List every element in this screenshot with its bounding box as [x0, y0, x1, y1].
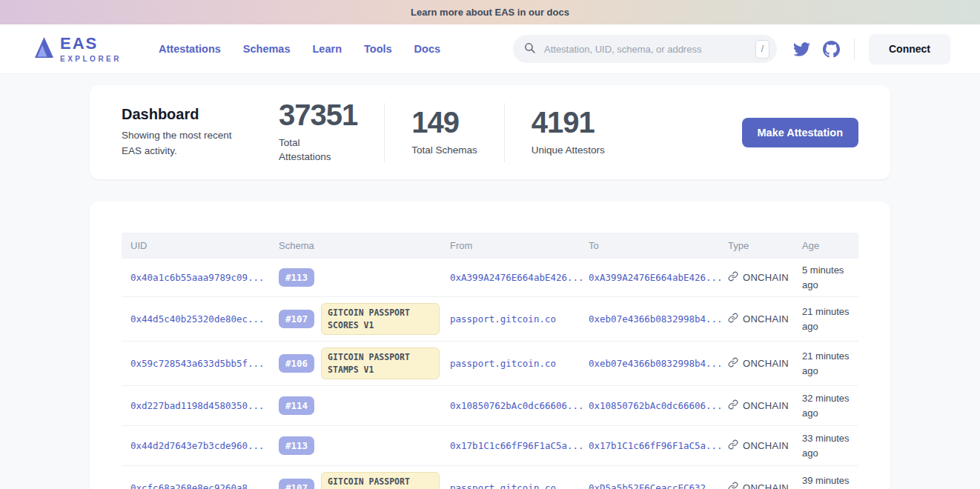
- nav-learn[interactable]: Learn: [313, 43, 342, 55]
- col-header-schema: Schema: [270, 240, 441, 251]
- nav-attestations[interactable]: Attestations: [159, 43, 221, 55]
- link-icon: [728, 357, 738, 370]
- connect-wallet-button[interactable]: Connect: [869, 34, 950, 64]
- page-title: Dashboard: [122, 106, 267, 123]
- github-icon[interactable]: [823, 41, 840, 58]
- to-address-link[interactable]: 0xA399A2476E664abE426...: [580, 272, 719, 283]
- stats-row: 37351 Total Attestations 149 Total Schem…: [279, 100, 605, 164]
- header-divider: [854, 39, 855, 59]
- age-label: 21 minutes ago: [793, 349, 858, 378]
- link-icon: [728, 439, 738, 452]
- link-icon: [728, 271, 738, 284]
- link-icon: [728, 313, 738, 325]
- from-address-link[interactable]: 0xA399A2476E664abE426...: [441, 272, 580, 283]
- main-nav: Attestations Schemas Learn Tools Docs: [159, 43, 440, 55]
- nav-docs[interactable]: Docs: [414, 43, 440, 55]
- stat-value: 4191: [532, 107, 605, 137]
- col-header-uid: UID: [122, 240, 270, 251]
- stat-unique-attestors: 4191 Unique Attestors: [532, 107, 605, 158]
- schema-id-badge[interactable]: #114: [279, 396, 314, 415]
- uid-link[interactable]: 0x44d2d7643e7b3cde960...: [122, 440, 270, 451]
- dashboard-card: Dashboard Showing the most recent EAS ac…: [90, 85, 890, 179]
- stat-label: Unique Attestors: [532, 144, 605, 158]
- age-label: 5 minutes ago: [793, 263, 858, 292]
- nav-tools[interactable]: Tools: [364, 43, 392, 55]
- table-row[interactable]: 0x59c728543a633d5bb5f... #106 GITCOIN PA…: [122, 342, 858, 386]
- schema-id-badge[interactable]: #107: [279, 479, 314, 489]
- table-row[interactable]: 0x44d2d7643e7b3cde960... #113 0x17b1C1c6…: [122, 426, 858, 466]
- from-address-link[interactable]: 0x17b1C1c66fF96F1aC5a...: [441, 440, 580, 451]
- type-cell: ONCHAIN: [719, 399, 793, 412]
- uid-link[interactable]: 0x59c728543a633d5bb5f...: [122, 358, 270, 369]
- schema-id-badge[interactable]: #113: [279, 436, 314, 455]
- to-address-link[interactable]: 0xeb07e4366b0832998b4...: [580, 313, 719, 325]
- logo-subtitle: EXPLORER: [60, 56, 122, 63]
- age-label: 39 minutes ago: [793, 473, 858, 489]
- from-address-link[interactable]: passport.gitcoin.co: [441, 482, 580, 489]
- type-label: ONCHAIN: [743, 358, 789, 369]
- make-attestation-button[interactable]: Make Attestation: [742, 118, 858, 147]
- to-address-link[interactable]: 0x17b1C1c66fF96F1aC5a...: [580, 440, 719, 451]
- uid-link[interactable]: 0xcfc68a268e8ec9260a8...: [122, 482, 270, 489]
- stat-total-attestations: 37351 Total Attestations: [279, 100, 357, 164]
- col-header-to: To: [580, 240, 719, 251]
- table-row[interactable]: 0x44d5c40b25320de80ec... #107 GITCOIN PA…: [122, 297, 858, 342]
- eas-triangle-icon: [33, 36, 55, 62]
- stat-value: 37351: [279, 100, 357, 130]
- table-header-row: UID Schema From To Type Age: [122, 233, 858, 259]
- from-address-link[interactable]: passport.gitcoin.co: [441, 313, 580, 325]
- to-address-link[interactable]: 0x10850762bAc0dc66606...: [580, 400, 719, 411]
- schema-id-badge[interactable]: #107: [279, 310, 314, 328]
- search-bar[interactable]: /: [513, 35, 777, 63]
- search-shortcut-key: /: [755, 40, 769, 59]
- type-cell: ONCHAIN: [719, 313, 793, 325]
- schema-name-badge[interactable]: GITCOIN PASSPORT SCORES V1: [321, 472, 440, 489]
- schema-id-badge[interactable]: #106: [279, 354, 314, 373]
- top-bar: EAS EXPLORER Attestations Schemas Learn …: [0, 24, 980, 74]
- age-label: 32 minutes ago: [793, 391, 858, 420]
- stat-divider: [384, 103, 385, 162]
- uid-link[interactable]: 0x44d5c40b25320de80ec...: [122, 313, 270, 325]
- link-icon: [728, 399, 738, 412]
- to-address-link[interactable]: 0xD5a5b52F6CeaccEC632...: [580, 482, 719, 489]
- twitter-icon[interactable]: [793, 41, 810, 58]
- type-label: ONCHAIN: [743, 440, 789, 451]
- schema-id-badge[interactable]: #113: [279, 268, 314, 287]
- stat-total-schemas: 149 Total Schemas: [411, 107, 477, 158]
- schema-name-badge[interactable]: GITCOIN PASSPORT SCORES V1: [321, 303, 440, 335]
- to-address-link[interactable]: 0xeb07e4366b0832998b4...: [580, 358, 719, 369]
- link-icon: [728, 482, 738, 489]
- nav-schemas[interactable]: Schemas: [243, 43, 291, 55]
- stat-divider: [504, 103, 505, 162]
- page-subtitle: Showing the most recent EAS activity.: [122, 128, 254, 159]
- announcement-text: Learn more about EAS in our docs: [411, 7, 569, 18]
- main-content: Dashboard Showing the most recent EAS ac…: [0, 85, 980, 489]
- from-address-link[interactable]: passport.gitcoin.co: [441, 358, 580, 369]
- age-label: 21 minutes ago: [793, 305, 858, 333]
- type-cell: ONCHAIN: [719, 439, 793, 452]
- stat-value: 149: [411, 107, 477, 137]
- eas-logo[interactable]: EAS EXPLORER: [33, 36, 122, 63]
- type-cell: ONCHAIN: [719, 482, 793, 489]
- type-label: ONCHAIN: [743, 272, 789, 283]
- uid-link[interactable]: 0xd227bad1198d4580350...: [122, 400, 270, 411]
- col-header-from: From: [441, 240, 580, 251]
- col-header-age: Age: [793, 240, 858, 251]
- search-input[interactable]: [543, 43, 755, 56]
- search-icon: [523, 41, 536, 57]
- age-label: 33 minutes ago: [793, 431, 858, 460]
- uid-link[interactable]: 0x40a1c6b55aaa9789c09...: [122, 272, 270, 283]
- stat-label: Total Attestations: [279, 136, 347, 164]
- announcement-banner[interactable]: Learn more about EAS in our docs: [0, 0, 980, 24]
- from-address-link[interactable]: 0x10850762bAc0dc66606...: [441, 400, 580, 411]
- logo-title: EAS: [60, 36, 122, 52]
- type-label: ONCHAIN: [743, 400, 789, 411]
- type-cell: ONCHAIN: [719, 271, 793, 284]
- type-cell: ONCHAIN: [719, 357, 793, 370]
- col-header-type: Type: [719, 240, 793, 251]
- type-label: ONCHAIN: [743, 482, 789, 489]
- table-row[interactable]: 0xcfc68a268e8ec9260a8... #107 GITCOIN PA…: [122, 466, 858, 489]
- table-row[interactable]: 0xd227bad1198d4580350... #114 0x10850762…: [122, 386, 858, 426]
- schema-name-badge[interactable]: GITCOIN PASSPORT STAMPS V1: [321, 347, 440, 379]
- table-row[interactable]: 0x40a1c6b55aaa9789c09... #113 0xA399A247…: [122, 259, 858, 297]
